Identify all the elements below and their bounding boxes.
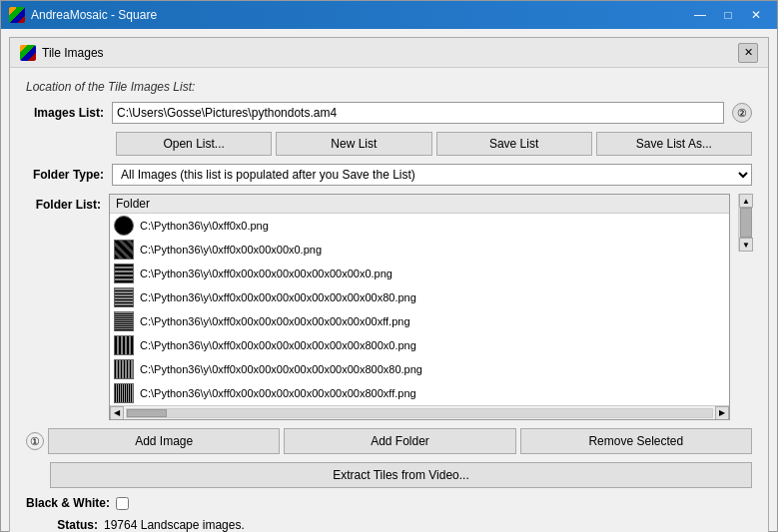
folder-list-row: Folder List: Folder C:\Python36\y\0xff0x… xyxy=(26,194,752,420)
tile-preview xyxy=(114,264,134,283)
dialog-close-button[interactable]: ✕ xyxy=(738,43,758,63)
list-item-path: C:\Python36\y\0xff0x00x00x00x00x00x00x00… xyxy=(140,291,416,303)
images-list-label: Images List: xyxy=(26,106,104,120)
dialog-content: Location of the Tile Images List: Images… xyxy=(10,68,768,532)
title-bar-controls: — □ ✕ xyxy=(687,5,769,25)
list-item[interactable]: C:\Python36\y\0xff0x00x00x00x00x00x00x00… xyxy=(110,262,729,285)
dialog-title-text: Tile Images xyxy=(42,46,104,60)
list-item-path: C:\Python36\y\0xff0x00x00x00x00x00x00x00… xyxy=(140,315,410,327)
folder-list-items: C:\Python36\y\0xff0x0.pngC:\Python36\y\0… xyxy=(110,214,729,405)
vertical-scrollbar: ▲ ▼ xyxy=(738,194,752,252)
tile-preview xyxy=(114,311,134,331)
bw-label: Black & White: xyxy=(26,496,110,510)
list-item-path: C:\Python36\y\0xff0x00x00x00x0.png xyxy=(140,244,322,256)
title-bar-left: AndreaMosaic - Square xyxy=(9,7,157,23)
list-item-path: C:\Python36\y\0xff0x0.png xyxy=(140,220,269,232)
save-list-button[interactable]: Save List xyxy=(436,132,592,156)
folder-list-container: Folder C:\Python36\y\0xff0x0.pngC:\Pytho… xyxy=(109,194,730,420)
list-item-path: C:\Python36\y\0xff0x00x00x00x00x00x00x00… xyxy=(140,339,416,351)
hscroll-thumb xyxy=(127,409,167,417)
minimize-button[interactable]: — xyxy=(687,5,713,25)
action-row: ① Add Image Add Folder Remove Selected xyxy=(26,428,752,454)
vscroll-down-button[interactable]: ▼ xyxy=(739,238,753,252)
hscroll-left-button[interactable]: ◀ xyxy=(110,406,124,420)
list-item[interactable]: C:\Python36\y\0xff0x00x00x00x00x00x00x00… xyxy=(110,357,729,381)
step-1-circle: ① xyxy=(26,432,44,450)
folder-type-row: Folder Type: All Images (this list is po… xyxy=(26,164,752,186)
list-item[interactable]: C:\Python36\y\0xff0x00x00x00x00x00x00x00… xyxy=(110,381,729,405)
location-label: Location of the Tile Images List: xyxy=(26,80,752,94)
bw-row: Black & White: xyxy=(26,496,752,510)
tile-preview xyxy=(114,359,134,379)
vscroll-up-button[interactable]: ▲ xyxy=(739,194,753,208)
dialog-title-left: Tile Images xyxy=(20,45,104,61)
outer-window: AndreaMosaic - Square — □ ✕ Tile Images … xyxy=(0,0,778,532)
list-item[interactable]: C:\Python36\y\0xff0x00x00x00x00x00x00x00… xyxy=(110,285,729,309)
action-buttons-group: Add Image Add Folder Remove Selected xyxy=(48,428,752,454)
tile-preview xyxy=(114,383,134,403)
folder-type-label: Folder Type: xyxy=(26,168,104,182)
open-list-button[interactable]: Open List... xyxy=(116,132,272,156)
tile-images-dialog: Tile Images ✕ Location of the Tile Image… xyxy=(9,37,769,532)
list-item-path: C:\Python36\y\0xff0x00x00x00x00x00x00x00… xyxy=(140,267,392,279)
title-bar: AndreaMosaic - Square — □ ✕ xyxy=(1,1,777,29)
folder-list-header: Folder xyxy=(110,195,729,214)
folder-list-scroll[interactable]: C:\Python36\y\0xff0x0.pngC:\Python36\y\0… xyxy=(110,214,729,405)
folder-type-select[interactable]: All Images (this list is populated after… xyxy=(112,164,752,186)
hscroll-right-button[interactable]: ▶ xyxy=(715,406,729,420)
remove-selected-button[interactable]: Remove Selected xyxy=(520,428,752,454)
extract-row: Extract Tiles from Video... xyxy=(26,462,752,488)
bw-checkbox[interactable] xyxy=(116,497,129,510)
maximize-button[interactable]: □ xyxy=(715,5,741,25)
status-value: 19764 Landscape images. xyxy=(104,518,245,532)
window-close-button[interactable]: ✕ xyxy=(743,5,769,25)
list-item-path: C:\Python36\y\0xff0x00x00x00x00x00x00x00… xyxy=(140,363,422,375)
list-item[interactable]: C:\Python36\y\0xff0x00x00x00x0.png xyxy=(110,238,729,262)
app-icon xyxy=(9,7,25,23)
tile-preview xyxy=(114,216,134,236)
dialog-title-bar: Tile Images ✕ xyxy=(10,38,768,68)
help-button-1[interactable]: ② xyxy=(732,103,752,123)
add-image-button[interactable]: Add Image xyxy=(48,428,280,454)
hscroll-track xyxy=(126,408,713,418)
add-folder-button[interactable]: Add Folder xyxy=(284,428,515,454)
list-item[interactable]: C:\Python36\y\0xff0x00x00x00x00x00x00x00… xyxy=(110,309,729,333)
dialog-icon xyxy=(20,45,36,61)
folder-list-hscroll: ◀ ▶ xyxy=(110,405,729,419)
save-list-as-button[interactable]: Save List As... xyxy=(596,132,752,156)
extract-tiles-button[interactable]: Extract Tiles from Video... xyxy=(50,462,752,488)
folder-list-label: Folder List: xyxy=(26,194,101,212)
tile-preview xyxy=(114,240,134,260)
vscroll-track xyxy=(739,208,752,238)
list-item[interactable]: C:\Python36\y\0xff0x00x00x00x00x00x00x00… xyxy=(110,333,729,357)
status-label: Status: xyxy=(46,518,98,532)
tile-preview xyxy=(114,287,134,307)
vscroll-thumb[interactable] xyxy=(740,208,752,238)
new-list-button[interactable]: New List xyxy=(276,132,431,156)
list-action-buttons-row: Open List... New List Save List Save Lis… xyxy=(26,132,752,156)
images-list-input[interactable] xyxy=(112,102,724,124)
list-item[interactable]: C:\Python36\y\0xff0x0.png xyxy=(110,214,729,238)
window-title: AndreaMosaic - Square xyxy=(31,8,157,22)
images-list-row: Images List: ② xyxy=(26,102,752,124)
tile-preview xyxy=(114,335,134,355)
status-row: Status: 19764 Landscape images. xyxy=(26,518,752,532)
list-item-path: C:\Python36\y\0xff0x00x00x00x00x00x00x00… xyxy=(140,387,416,399)
